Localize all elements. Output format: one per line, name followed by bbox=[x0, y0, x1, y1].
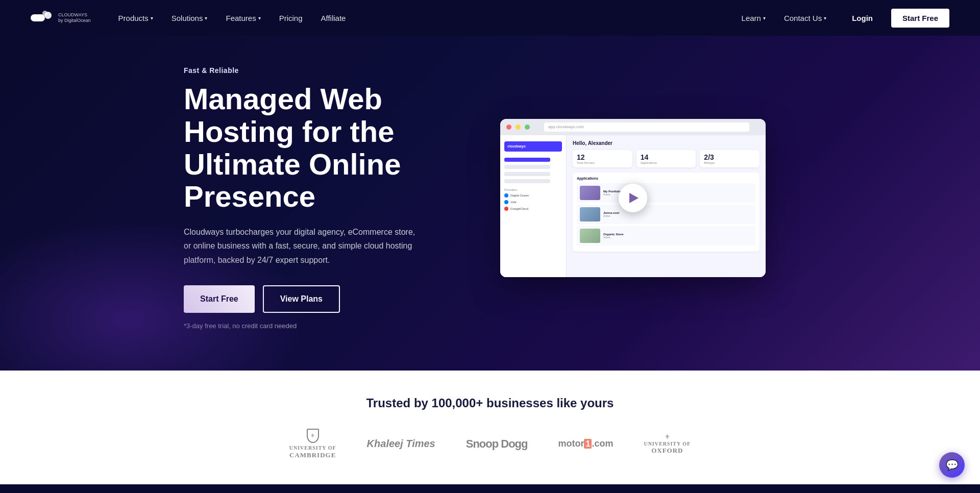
hero-view-plans-button[interactable]: View Plans bbox=[263, 285, 340, 313]
nav-right: Learn ▾ Contact Us ▾ Login Start Free bbox=[734, 9, 949, 28]
sidebar-item bbox=[504, 165, 550, 169]
provider-dot bbox=[504, 207, 508, 211]
trusted-section: Trusted by 100,000+ businesses like your… bbox=[0, 371, 980, 485]
stat-servers: 12 Total Servers bbox=[573, 150, 632, 167]
sidebar-active-item bbox=[504, 158, 550, 162]
nav-learn[interactable]: Learn ▾ bbox=[734, 10, 773, 27]
hero-trial-note: *3-day free trial, no credit card needed bbox=[184, 322, 439, 330]
hero-buttons: Start Free View Plans bbox=[184, 285, 439, 313]
nav-solutions[interactable]: Solutions ▾ bbox=[164, 10, 215, 27]
hero-left: Fast & Reliable Managed Web Hosting for … bbox=[184, 66, 439, 330]
logo-cambridge: ⚜ UNIVERSITY OF CAMBRIDGE bbox=[289, 429, 336, 459]
navbar: CLOUDWAYS by DigitalOcean Products ▾ Sol… bbox=[0, 0, 980, 36]
app-item-2: Janna.com Active bbox=[577, 205, 755, 224]
nav-products[interactable]: Products ▾ bbox=[111, 10, 160, 27]
logo-icon bbox=[31, 10, 53, 26]
chevron-down-icon: ▾ bbox=[258, 15, 261, 21]
chat-widget[interactable]: 💬 bbox=[939, 452, 965, 478]
svg-rect-0 bbox=[31, 14, 45, 21]
logo-text: CLOUDWAYS by DigitalOcean bbox=[58, 12, 91, 23]
sidebar-logo-bar: cloudways bbox=[504, 141, 562, 152]
logo-link[interactable]: CLOUDWAYS by DigitalOcean bbox=[31, 10, 91, 26]
nav-features[interactable]: Features ▾ bbox=[218, 10, 267, 27]
dashboard-stats: 12 Total Servers 14 Applications 2/3 Bit… bbox=[573, 150, 760, 167]
nav-right-links: Learn ▾ Contact Us ▾ bbox=[734, 10, 834, 27]
hero-description: Cloudways turbocharges your digital agen… bbox=[184, 225, 419, 267]
sidebar-provider-item: Vultr bbox=[504, 200, 562, 204]
browser-minimize-dot bbox=[516, 125, 521, 130]
nav-left: CLOUDWAYS by DigitalOcean Products ▾ Sol… bbox=[31, 10, 353, 27]
logo-snoopdogg: Snoop Dogg bbox=[466, 437, 528, 451]
logo-motor1: motor1.com bbox=[558, 438, 613, 449]
app-thumbnail bbox=[580, 207, 600, 221]
hero-start-free-button[interactable]: Start Free bbox=[184, 285, 255, 313]
oxford-shield-icon: ⚜ bbox=[665, 433, 670, 441]
logo-khaleejtimes: Khaleej Times bbox=[367, 438, 435, 450]
sidebar-item bbox=[504, 179, 550, 183]
sidebar-providers-label: Providers bbox=[504, 188, 562, 191]
apps-section: Applications My Portfolio Active bbox=[573, 172, 760, 252]
app-thumbnail bbox=[580, 229, 600, 243]
dashboard-mockup: app.cloudways.com cloudways Providers bbox=[500, 119, 766, 277]
sidebar-item bbox=[504, 172, 550, 176]
chevron-down-icon: ▾ bbox=[763, 15, 766, 21]
provider-dot bbox=[504, 193, 508, 198]
dashboard-greeting: Hello, Alexander bbox=[573, 140, 760, 146]
play-button[interactable] bbox=[619, 184, 647, 212]
browser-bar: app.cloudways.com bbox=[500, 119, 766, 135]
nav-start-free-button[interactable]: Start Free bbox=[891, 9, 949, 28]
stat-bitapps: 2/3 BitApps bbox=[700, 150, 760, 167]
hero-right: app.cloudways.com cloudways Providers bbox=[470, 119, 796, 277]
nav-contact[interactable]: Contact Us ▾ bbox=[777, 10, 834, 27]
nav-affiliate[interactable]: Affiliate bbox=[314, 10, 353, 27]
chevron-down-icon: ▾ bbox=[824, 15, 826, 21]
provider-dot bbox=[504, 200, 508, 204]
mockup-main: Hello, Alexander 12 Total Servers 14 App… bbox=[567, 135, 766, 277]
browser-close-dot bbox=[506, 125, 511, 130]
logo-oxford: ⚜ UNIVERSITY OF OXFORD bbox=[644, 433, 691, 455]
app-item-3: Organic Store Active bbox=[577, 226, 755, 245]
play-icon bbox=[629, 193, 639, 203]
hero-title: Managed Web Hosting for the Ultimate Onl… bbox=[184, 83, 439, 213]
nav-pricing[interactable]: Pricing bbox=[272, 10, 310, 27]
app-item-1: My Portfolio Active bbox=[577, 183, 755, 203]
browser-url-bar: app.cloudways.com bbox=[544, 122, 749, 132]
hero-content: Fast & Reliable Managed Web Hosting for … bbox=[153, 66, 827, 330]
app-thumbnail bbox=[580, 186, 600, 200]
sidebar-provider-item: GoogleCloud bbox=[504, 207, 562, 211]
trusted-title: Trusted by 100,000+ businesses like your… bbox=[31, 396, 949, 410]
chevron-down-icon: ▾ bbox=[205, 15, 207, 21]
apps-panel: Applications My Portfolio Active bbox=[573, 172, 760, 252]
chevron-down-icon: ▾ bbox=[151, 15, 153, 21]
stat-apps: 14 Applications bbox=[636, 150, 696, 167]
mockup-sidebar: cloudways Providers Digital Ocean bbox=[500, 135, 567, 277]
chat-icon: 💬 bbox=[946, 459, 959, 471]
cambridge-shield-icon: ⚜ bbox=[307, 429, 319, 443]
nav-links: Products ▾ Solutions ▾ Features ▾ Pricin… bbox=[111, 10, 353, 27]
hero-section: Fast & Reliable Managed Web Hosting for … bbox=[0, 36, 980, 371]
login-button[interactable]: Login bbox=[844, 10, 881, 27]
sidebar-provider-item: Digital Ocean bbox=[504, 193, 562, 198]
svg-point-2 bbox=[42, 11, 47, 16]
hero-tagline: Fast & Reliable bbox=[184, 66, 439, 75]
browser-maximize-dot bbox=[525, 125, 530, 130]
trusted-logos: ⚜ UNIVERSITY OF CAMBRIDGE Khaleej Times … bbox=[31, 429, 949, 459]
